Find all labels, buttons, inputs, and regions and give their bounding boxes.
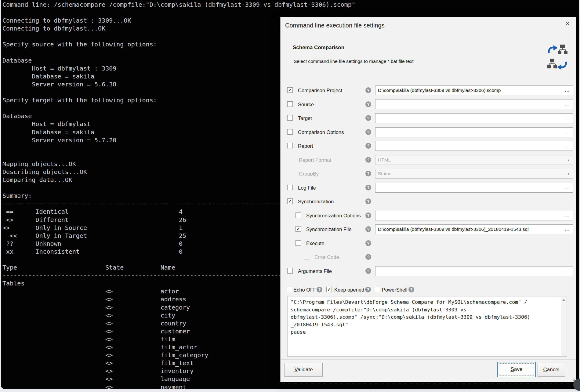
execute-label: Execute [306, 238, 324, 249]
checkmark-icon: ✓ [288, 88, 292, 93]
screenshot-root: { "terminal": { "lines": [ "Command line… [0, 0, 580, 392]
settings-row-arguments-file: Arguments File?... [281, 266, 576, 277]
settings-row-synchronization-file: ✓Synchronization File?D:\comp\sakila (db… [281, 224, 576, 235]
comparison-options-input[interactable]: ... [375, 127, 573, 137]
comparison-options-checkbox[interactable] [287, 129, 293, 135]
report-checkbox[interactable] [287, 143, 293, 148]
settings-row-groupby: GroupBy?Status▼ [281, 168, 576, 179]
settings-row-source: Source?... [281, 99, 576, 110]
settings-row-comparison-options: Comparison Options?... [281, 127, 576, 138]
scroll-down-icon[interactable] [563, 354, 564, 354]
settings-row-comparison-project: ✓Comparison Project?D:\comp\sakila (dbfm… [281, 85, 576, 96]
settings-row-report: Report?... [281, 140, 576, 151]
powershell-label: PowerShell [382, 284, 407, 295]
execute-checkbox[interactable] [295, 240, 301, 246]
checkmark-icon: ✓ [296, 227, 301, 231]
scroll-up-icon[interactable] [562, 299, 565, 301]
synchronization-checkbox[interactable]: ✓ [287, 198, 293, 204]
report-format-dropdown: HTML▼ [375, 155, 573, 165]
browse-ellipsis-icon[interactable]: ... [565, 86, 570, 94]
report-format-help-icon[interactable]: ? [365, 157, 371, 163]
browse-ellipsis-icon[interactable]: ... [565, 114, 570, 122]
cancel-button[interactable]: Cancel [538, 363, 565, 377]
arguments-file-help-icon[interactable]: ? [365, 268, 371, 274]
save-button[interactable]: Save [497, 362, 536, 377]
browse-ellipsis-icon[interactable]: ... [565, 225, 570, 233]
synchronization-file-help-icon[interactable]: ? [365, 226, 371, 232]
powershell-checkbox[interactable] [375, 287, 380, 292]
bat-file-preview: "C:\Program Files\Devart\dbForge Schema … [287, 296, 567, 357]
browse-ellipsis-icon[interactable]: ... [565, 211, 570, 219]
synchronization-label: Synchronization [298, 196, 334, 207]
target-checkbox[interactable] [287, 115, 293, 121]
target-help-icon[interactable]: ? [365, 115, 371, 121]
checkmark-icon: ✓ [327, 287, 332, 292]
synchronization-file-value: D:\comp\sakila (dbfmylast-3309 vs dbfmyl… [375, 225, 573, 234]
synchronization-file-label: Synchronization File [306, 224, 352, 235]
log-file-input[interactable]: ... [375, 183, 573, 193]
settings-row-error-code: Error Code? [281, 252, 576, 263]
echo-off-checkbox[interactable] [287, 287, 292, 292]
groupby-help-icon[interactable]: ? [365, 171, 371, 176]
log-file-checkbox[interactable] [287, 185, 293, 190]
command-line-settings-dialog: Command line execution file settings ✕ S… [280, 17, 576, 382]
comparison-project-input[interactable]: D:\comp\sakila (dbfmylast-3309 vs dbfmyl… [375, 85, 573, 95]
synchronization-options-help-icon[interactable]: ? [365, 212, 371, 218]
synchronization-help-icon[interactable]: ? [365, 198, 371, 204]
error-code-help-icon[interactable]: ? [365, 254, 371, 260]
settings-row-execute: Execute? [281, 238, 576, 249]
bat-file-text[interactable]: "C:\Program Files\Devart\dbForge Schema … [288, 296, 561, 356]
groupby-value: Status [375, 169, 573, 178]
browse-ellipsis-icon[interactable]: ... [565, 267, 570, 275]
chevron-down-icon: ▼ [567, 159, 570, 162]
report-format-label: Report Format [299, 154, 331, 165]
arguments-file-label: Arguments File [298, 266, 332, 277]
powershell-help-icon[interactable]: ? [408, 287, 414, 292]
source-help-icon[interactable]: ? [365, 101, 371, 107]
execute-help-icon[interactable]: ? [365, 240, 371, 246]
groupby-label: GroupBy [299, 168, 319, 179]
synchronization-file-checkbox[interactable]: ✓ [295, 226, 301, 232]
error-code-label: Error Code [314, 252, 339, 263]
comparison-project-checkbox[interactable]: ✓ [287, 87, 293, 93]
browse-ellipsis-icon[interactable]: ... [565, 142, 570, 150]
settings-row-target: Target?... [281, 113, 576, 124]
source-label: Source [298, 99, 314, 110]
target-input[interactable]: ... [375, 113, 573, 123]
source-checkbox[interactable] [287, 101, 293, 107]
comparison-project-help-icon[interactable]: ? [365, 87, 371, 93]
source-input[interactable]: ... [375, 100, 573, 109]
clipped-console-line [282, 383, 572, 384]
synchronization-options-label: Synchronization Options [306, 210, 361, 221]
close-icon[interactable]: ✕ [564, 20, 571, 27]
section-subtitle: Select command line file settings to man… [294, 59, 414, 64]
browse-ellipsis-icon[interactable]: ... [565, 128, 570, 136]
settings-row-synchronization-options: Synchronization Options?... [281, 210, 576, 221]
report-help-icon[interactable]: ? [365, 143, 371, 149]
arguments-file-checkbox[interactable] [287, 268, 293, 274]
comparison-options-label: Comparison Options [298, 127, 344, 138]
validate-button[interactable]: Validate [285, 363, 323, 377]
comparison-project-value: D:\comp\sakila (dbfmylast-3309 vs dbfmyl… [375, 86, 573, 95]
browse-ellipsis-icon[interactable]: ... [565, 183, 570, 191]
scrollbar[interactable] [561, 297, 566, 356]
comparison-project-label: Comparison Project [298, 85, 342, 96]
log-file-help-icon[interactable]: ? [365, 185, 371, 191]
schema-comparison-icon [547, 44, 568, 73]
keep-opened-label: Keep opened [334, 284, 364, 295]
comparison-options-help-icon[interactable]: ? [365, 129, 371, 135]
log-file-label: Log File [298, 182, 316, 193]
browse-ellipsis-icon[interactable]: ... [565, 100, 570, 108]
settings-row-synchronization: ✓Synchronization? [281, 196, 576, 207]
keep-opened-help-icon[interactable]: ? [365, 287, 371, 292]
keep-opened-checkbox[interactable]: ✓ [326, 287, 332, 292]
synchronization-options-checkbox[interactable] [295, 212, 301, 218]
footer-divider [281, 359, 576, 360]
synchronization-options-input[interactable]: ... [375, 211, 573, 220]
chevron-down-icon: ▼ [567, 172, 570, 176]
synchronization-file-input[interactable]: D:\comp\sakila (dbfmylast-3309 vs dbfmyl… [375, 224, 573, 234]
report-input[interactable]: ... [375, 141, 573, 151]
echo-off-help-icon[interactable]: ? [317, 287, 322, 292]
arguments-file-input[interactable]: ... [375, 266, 573, 276]
groupby-dropdown: Status▼ [375, 169, 573, 179]
